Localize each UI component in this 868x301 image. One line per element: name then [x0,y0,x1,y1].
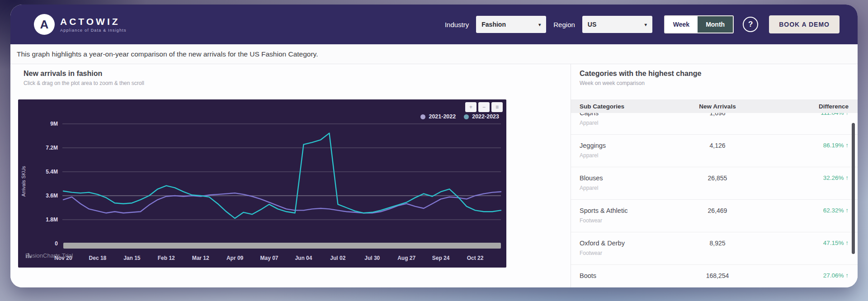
difference-value: 62.32% ↑ [763,207,849,232]
subcategory-parent: Apparel [580,120,672,126]
book-a-demo-button[interactable]: BOOK A DEMO [769,15,840,33]
legend-dot-icon [464,114,469,119]
x-axis-label: Sep 24 [432,255,450,261]
table-row: Jeggings Apparel 4,126 86.19% ↑ [571,135,858,167]
difference-value: 32.26% ↑ [763,174,849,199]
x-axis-label: May 07 [260,255,278,261]
brand-name: ACTOWIZ [60,17,127,27]
series-line [63,133,501,219]
period-toggle: Week Month [664,15,734,33]
categories-table: Sub Categories New Arrivals Difference C… [571,99,858,287]
new-arrivals-value: 1,096 [672,109,763,134]
chart-toolbar: +−≡ [465,102,503,112]
actowiz-logo-icon: A [34,14,55,35]
table-row: Boots 168,254 27.06% ↑ [571,265,858,287]
subcategory-parent: Apparel [580,185,672,191]
legend-item[interactable]: 2021-2022 [420,113,456,120]
up-arrow-icon: ↑ [845,240,849,246]
legend-item[interactable]: 2022-2023 [464,113,499,120]
table-header: Sub Categories New Arrivals Difference [571,99,858,113]
up-arrow-icon: ↑ [845,174,849,181]
column-sub-categories: Sub Categories [580,103,672,110]
y-axis-label: 0 [55,240,58,247]
brand-logo: A ACTOWIZ Appliance of Data & Insights [34,14,127,35]
subcategory-name: Jeggings [580,142,672,149]
table-vertical-scrollbar[interactable] [852,123,855,254]
app-window: A ACTOWIZ Appliance of Data & Insights I… [10,5,858,287]
chart-horizontal-scrollbar[interactable] [63,243,501,249]
industry-label: Industry [445,21,469,28]
fusioncharts-logo-icon [25,252,32,259]
categories-panel: Categories with the highest change Week … [571,64,858,287]
chart-legend: 2021-2022 2022-2023 [420,113,499,120]
table-subtitle: Week on week comparison [580,80,858,86]
chevron-down-icon: ▾ [538,22,541,27]
subcategory-name: Sports & Athletic [580,207,672,214]
chart-title: New arrivals in fashion [24,70,571,78]
zoom-in-icon[interactable]: + [465,102,476,112]
industry-selected-value: Fashion [481,21,506,28]
subcategory-parent: Footwear [580,250,672,256]
x-axis-label: Dec 18 [89,255,107,261]
column-new-arrivals: New Arrivals [672,103,763,110]
table-title: Categories with the highest change [580,70,858,78]
new-arrivals-value: 26,469 [672,207,763,232]
y-axis-title: Arrivals SKUs [21,166,26,197]
up-arrow-icon: ↑ [845,142,849,149]
region-label: Region [553,21,575,28]
new-arrivals-value: 4,126 [672,142,763,167]
new-arrivals-value: 8,925 [672,240,763,264]
zoom-out-icon[interactable]: − [478,102,490,112]
legend-label: 2021-2022 [429,113,456,120]
subcategory-parent: Apparel [580,152,672,159]
industry-select[interactable]: Fashion ▾ [476,16,546,33]
y-axis-label: 7.2M [46,145,58,151]
chart-subtitle: Click & drag on the plot area to zoom & … [24,80,571,86]
up-arrow-icon: ↑ [845,207,849,214]
subcategory-name: Oxford & Derby [580,240,672,247]
watermark-text: FusionCharts Trial [25,252,73,259]
x-axis-label: Mar 12 [192,255,209,261]
chevron-down-icon: ▾ [645,22,647,27]
x-axis-label: Apr 09 [226,255,244,261]
difference-value: 47.15% ↑ [763,240,849,264]
y-axis-label: 1.8M [46,216,58,223]
month-toggle-button[interactable]: Month [698,16,733,33]
question-mark: ? [748,20,753,29]
region-selected-value: US [588,21,596,28]
x-axis-label: Aug 27 [397,255,415,261]
y-axis-label: 9M [50,121,58,127]
menu-icon[interactable]: ≡ [491,102,503,112]
difference-value: 86.19% ↑ [763,142,849,167]
legend-dot-icon [420,114,425,119]
subcategory-name: Boots [580,272,672,279]
region-select[interactable]: US ▾ [582,16,652,33]
arrivals-line-chart[interactable]: +−≡ 2021-2022 2022-2023 01.8M3.6M5.4M7.2… [18,99,506,268]
difference-value: 111.04% ↑ [763,109,849,134]
table-row: Oxford & Derby Footwear 8,925 47.15% ↑ [571,232,858,265]
table-row: Blouses Apparel 26,855 32.26% ↑ [571,167,858,200]
page-description: This graph highlights a year-on-year com… [10,44,858,64]
week-toggle-button[interactable]: Week [665,16,698,33]
up-arrow-icon: ↑ [845,272,849,279]
y-axis-label: 3.6M [46,193,58,199]
brand-tagline: Appliance of Data & Insights [60,28,127,33]
x-axis-label: Feb 12 [158,255,175,261]
x-axis-label: Oct 22 [467,255,484,261]
new-arrivals-value: 168,254 [672,272,763,287]
x-axis-label: Jan 15 [123,255,141,261]
subcategory-parent: Footwear [580,217,672,224]
table-row: Sports & Athletic Footwear 26,469 62.32%… [571,200,858,232]
chart-panel: New arrivals in fashion Click & drag on … [10,64,571,287]
x-axis-label: Jul 02 [330,255,345,261]
difference-value: 27.06% ↑ [763,272,849,287]
column-difference: Difference [763,103,849,110]
x-axis-label: Jul 30 [364,255,380,261]
y-axis-label: 5.4M [46,169,58,175]
x-axis-label: Jun 04 [295,255,312,261]
new-arrivals-value: 26,855 [672,174,763,199]
app-header: A ACTOWIZ Appliance of Data & Insights I… [10,5,858,44]
legend-label: 2022-2023 [472,113,499,120]
help-icon[interactable]: ? [743,17,758,32]
fusioncharts-watermark: FusionCharts Trial [25,252,73,259]
